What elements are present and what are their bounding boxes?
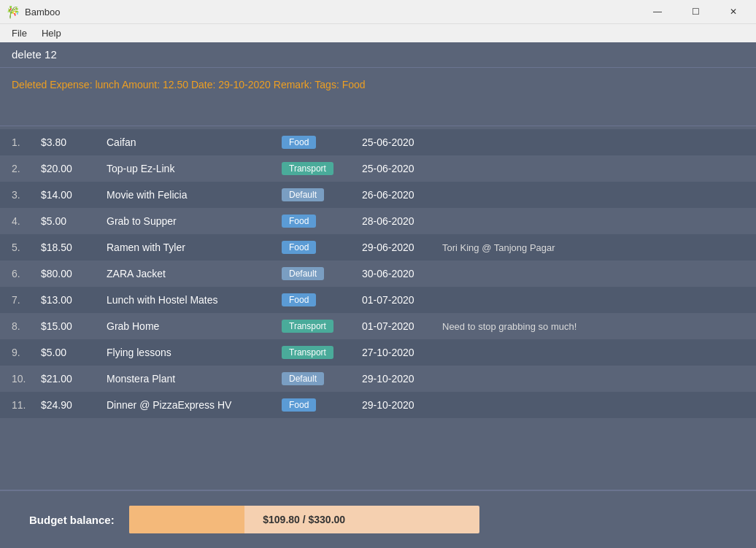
table-row: 1. $3.80 Caifan Food 25-06-2020 bbox=[0, 129, 756, 155]
menu-help[interactable]: Help bbox=[36, 26, 67, 40]
budget-text: $109.80 / $330.00 bbox=[263, 514, 345, 525]
row-desc: Movie with Felicia bbox=[107, 189, 282, 201]
row-num: 3. bbox=[12, 189, 41, 201]
row-tag: Food bbox=[282, 293, 362, 306]
budget-bar: $109.80 / $330.00 bbox=[129, 506, 479, 533]
row-desc: Top-up Ez-Link bbox=[107, 163, 282, 174]
table-row: 7. $13.00 Lunch with Hostel Mates Food 0… bbox=[0, 287, 756, 313]
row-amount: $14.00 bbox=[41, 189, 107, 201]
row-desc: Flying lessons bbox=[107, 347, 282, 358]
footer: Budget balance: $109.80 / $330.00 bbox=[0, 490, 756, 548]
row-desc: Grab Home bbox=[107, 320, 282, 332]
row-date: 26-06-2020 bbox=[362, 189, 442, 201]
row-date: 25-06-2020 bbox=[362, 136, 442, 148]
row-date: 29-06-2020 bbox=[362, 242, 442, 253]
app-icon: 🎋 bbox=[6, 5, 20, 19]
row-num: 1. bbox=[12, 136, 41, 148]
row-date: 29-10-2020 bbox=[362, 373, 442, 385]
tag-badge: Transport bbox=[282, 320, 333, 333]
row-num: 11. bbox=[12, 399, 41, 411]
table-row: 6. $80.00 ZARA Jacket Default 30-06-2020 bbox=[0, 261, 756, 287]
table-row: 3. $14.00 Movie with Felicia Default 26-… bbox=[0, 182, 756, 208]
table-row: 8. $15.00 Grab Home Transport 01-07-2020… bbox=[0, 313, 756, 339]
row-date: 28-06-2020 bbox=[362, 215, 442, 227]
menu-file[interactable]: File bbox=[6, 26, 33, 40]
row-tag: Food bbox=[282, 241, 362, 254]
row-tag: Default bbox=[282, 372, 362, 385]
tag-badge: Default bbox=[282, 267, 324, 280]
row-amount: $5.00 bbox=[41, 215, 107, 227]
command-bar bbox=[0, 42, 756, 68]
row-amount: $15.00 bbox=[41, 320, 107, 332]
row-desc: Grab to Supper bbox=[107, 215, 282, 227]
tag-badge: Food bbox=[282, 398, 316, 412]
table-row: 4. $5.00 Grab to Supper Food 28-06-2020 bbox=[0, 208, 756, 234]
row-desc: Lunch with Hostel Mates bbox=[107, 294, 282, 306]
row-tag: Transport bbox=[282, 320, 362, 333]
row-num: 8. bbox=[12, 320, 41, 332]
budget-label: Budget balance: bbox=[29, 514, 115, 526]
row-num: 2. bbox=[12, 163, 41, 174]
row-desc: Caifan bbox=[107, 136, 282, 148]
row-num: 4. bbox=[12, 215, 41, 227]
tag-badge: Default bbox=[282, 188, 324, 201]
row-num: 6. bbox=[12, 268, 41, 279]
message-text: Deleted Expense: lunch Amount: 12.50 Dat… bbox=[12, 79, 366, 90]
message-area: Deleted Expense: lunch Amount: 12.50 Dat… bbox=[0, 68, 756, 126]
table-row: 11. $24.90 Dinner @ PizzaExpress HV Food… bbox=[0, 392, 756, 418]
row-amount: $3.80 bbox=[41, 136, 107, 148]
row-tag: Transport bbox=[282, 346, 362, 359]
row-date: 27-10-2020 bbox=[362, 347, 442, 358]
command-input[interactable] bbox=[12, 48, 744, 61]
row-tag: Food bbox=[282, 136, 362, 149]
table-row: 9. $5.00 Flying lessons Transport 27-10-… bbox=[0, 339, 756, 366]
table-row: 2. $20.00 Top-up Ez-Link Transport 25-06… bbox=[0, 155, 756, 182]
tag-badge: Transport bbox=[282, 346, 333, 359]
maximize-button[interactable]: ☐ bbox=[679, 0, 712, 23]
table-row: 10. $21.00 Monstera Plant Default 29-10-… bbox=[0, 366, 756, 392]
row-tag: Default bbox=[282, 188, 362, 201]
main-window: Deleted Expense: lunch Amount: 12.50 Dat… bbox=[0, 42, 756, 548]
title-bar: 🎋 Bamboo — ☐ ✕ bbox=[0, 0, 756, 23]
close-button[interactable]: ✕ bbox=[717, 0, 750, 23]
row-date: 30-06-2020 bbox=[362, 268, 442, 279]
row-tag: Food bbox=[282, 215, 362, 228]
row-amount: $80.00 bbox=[41, 268, 107, 279]
row-amount: $5.00 bbox=[41, 347, 107, 358]
row-tag: Default bbox=[282, 267, 362, 280]
row-date: 25-06-2020 bbox=[362, 163, 442, 174]
tag-badge: Food bbox=[282, 215, 316, 228]
row-remark: Tori King @ Tanjong Pagar bbox=[442, 242, 744, 253]
expense-table: 1. $3.80 Caifan Food 25-06-2020 2. $20.0… bbox=[0, 126, 756, 490]
row-desc: Monstera Plant bbox=[107, 373, 282, 385]
row-amount: $20.00 bbox=[41, 163, 107, 174]
row-remark: Need to stop grabbing so much! bbox=[442, 321, 744, 332]
tag-badge: Transport bbox=[282, 162, 333, 175]
row-tag: Transport bbox=[282, 162, 362, 175]
row-amount: $18.50 bbox=[41, 242, 107, 253]
row-amount: $24.90 bbox=[41, 399, 107, 411]
budget-bar-fill bbox=[129, 506, 244, 533]
row-num: 5. bbox=[12, 242, 41, 253]
row-date: 01-07-2020 bbox=[362, 294, 442, 306]
row-amount: $21.00 bbox=[41, 373, 107, 385]
tag-badge: Default bbox=[282, 372, 324, 385]
row-desc: Dinner @ PizzaExpress HV bbox=[107, 399, 282, 411]
tag-badge: Food bbox=[282, 293, 316, 306]
row-date: 01-07-2020 bbox=[362, 320, 442, 332]
row-desc: ZARA Jacket bbox=[107, 268, 282, 279]
app-title: Bamboo bbox=[25, 7, 636, 18]
row-num: 10. bbox=[12, 373, 41, 385]
table-row: 5. $18.50 Ramen with Tyler Food 29-06-20… bbox=[0, 234, 756, 261]
tag-badge: Food bbox=[282, 241, 316, 254]
row-desc: Ramen with Tyler bbox=[107, 242, 282, 253]
row-amount: $13.00 bbox=[41, 294, 107, 306]
tag-badge: Food bbox=[282, 136, 316, 149]
row-tag: Food bbox=[282, 398, 362, 412]
row-num: 9. bbox=[12, 347, 41, 358]
menu-bar: File Help bbox=[0, 23, 756, 42]
minimize-button[interactable]: — bbox=[641, 0, 674, 23]
row-num: 7. bbox=[12, 294, 41, 306]
row-date: 29-10-2020 bbox=[362, 399, 442, 411]
